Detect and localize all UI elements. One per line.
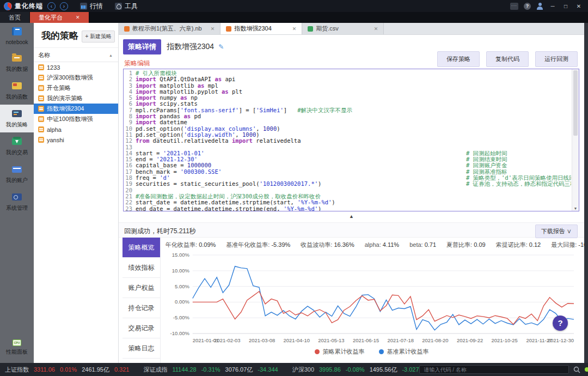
editor-tab-教程示例1(第五、六章).nb[interactable]: 教程示例1(第五、六章).nb✕ [119, 23, 220, 34]
legend-item-基准累计收益率[interactable]: 基准累计收益率 [379, 348, 429, 356]
editor-tab-期货.csv[interactable]: 期货.csv✕ [302, 23, 384, 34]
report-tab-绩效指标[interactable]: 绩效指标 [122, 258, 160, 278]
minimize-button[interactable]: ─ [549, 3, 556, 9]
sidebar-item-性能面板[interactable]: CPU性能面板 [0, 333, 34, 360]
connection-status-dot [585, 367, 588, 372]
code-segment: as [198, 82, 205, 89]
menu-tools[interactable]: 工具 [115, 2, 138, 11]
maximize-button[interactable]: □ [562, 3, 569, 9]
user-icon[interactable] [536, 3, 543, 10]
code-segment: as [222, 88, 229, 95]
ticker-percent: -0.31% [201, 366, 220, 373]
chart-canvas: 15.00%10.00%5.00%0.00%-5.00%-10.00%2021-… [166, 252, 578, 345]
column-name-label: 名称 [38, 51, 50, 59]
ticker-上证指数[interactable]: 上证指数3311.060.01%2461.95亿0.321 [5, 366, 129, 374]
report-tab-持仓记录[interactable]: 持仓记录 [122, 298, 160, 318]
new-strategy-button[interactable]: + 新建策略 [82, 31, 115, 43]
close-icon[interactable]: ✕ [202, 26, 215, 32]
action-button-保存策略[interactable]: 保存策略 [437, 51, 480, 67]
strategy-detail-title: 指数增强2304 [167, 42, 214, 52]
feedback-chat-icon[interactable]: ··· [510, 3, 518, 10]
ticker-amount: 1495.56亿 [370, 366, 397, 374]
menu-market[interactable]: 行情 [80, 2, 103, 11]
close-icon[interactable]: ✕ [284, 26, 297, 32]
strategy-list-item[interactable]: 我的演示策略 [34, 93, 118, 104]
strategy-list-item[interactable]: 沪深300指数增强 [34, 72, 118, 83]
strategy-list-item[interactable]: yanshi [34, 135, 118, 145]
code-segment: bench_mark = [136, 168, 180, 175]
code-segment: ) [318, 205, 321, 211]
svg-text:2021-08-20: 2021-08-20 [422, 337, 448, 343]
code-segment: '2021-01-01' [163, 150, 205, 156]
page-tab-首页[interactable]: 首页 [0, 12, 30, 23]
report-tab-账户权益[interactable]: 账户权益 [122, 278, 160, 298]
download-report-button[interactable]: 下载报告 ∨ [535, 225, 578, 238]
code-segment: pd.set_option( [136, 125, 184, 132]
scrollbar-thumb[interactable] [573, 70, 578, 136]
search-icon[interactable] [573, 366, 580, 373]
close-button[interactable]: ✕ [575, 3, 583, 9]
sidebar-item-我的数据[interactable]: 我的数据 [0, 49, 34, 77]
sidebar: notebook我的数据我的函数我的策略我的交易我的账户系统管理CPU性能面板 [0, 23, 34, 363]
report-tab-交易记录[interactable]: 交易记录 [122, 318, 160, 338]
sidebar-item-我的账户[interactable]: 我的账户 [0, 160, 34, 188]
ticker-amount: 3076.07亿 [225, 366, 253, 374]
strategy-list-item[interactable]: alpha [34, 124, 118, 135]
line-number: 2 [124, 76, 136, 82]
search-input[interactable] [419, 365, 569, 374]
edit-pencil-icon[interactable]: ✎ [218, 43, 224, 51]
action-button-复制代码[interactable]: 复制代码 [486, 51, 529, 67]
sidebar-item-label: 我的账户 [0, 177, 34, 184]
help-icon[interactable]: ? [524, 3, 531, 10]
ticker-沪深300[interactable]: 沪深3003995.86-0.08%1495.56亿-3.027 [292, 366, 419, 374]
page-tab-量化平台[interactable]: 量化平台✕ [30, 12, 89, 23]
notebook-file-icon [124, 26, 130, 32]
code-segment: # 证券池，支持动态，静态和指定代码三种方式 [466, 180, 571, 187]
metrics-row: 年化收益率: 0.09%基准年化收益率: -5.39%收益波动率: 16.36%… [166, 239, 579, 250]
sidebar-item-label: 我的交易 [0, 149, 34, 156]
app-logo-icon [4, 2, 12, 10]
strategy-list-item[interactable]: 中证100指数增强 [34, 114, 118, 124]
legend-dot [379, 349, 384, 354]
report-tab-策略概览[interactable]: 策略概览 [122, 238, 160, 258]
strategy-list-item[interactable]: 开仓策略 [34, 83, 118, 93]
metric-label: 年化收益率: [166, 241, 199, 248]
code-text: from dateutil.relativedelta import relat… [136, 138, 301, 144]
close-icon[interactable]: ✕ [365, 26, 378, 32]
series-策略累计收益率 [193, 292, 574, 325]
close-icon[interactable]: ✕ [76, 15, 80, 20]
sidebar-item-我的策略[interactable]: 我的策略 [0, 105, 34, 132]
sidebar-item-我的交易[interactable]: 我的交易 [0, 132, 34, 160]
metric-value: 0.71 [425, 241, 436, 248]
legend-item-策略累计收益率[interactable]: 策略累计收益率 [315, 348, 365, 356]
sidebar-item-notebook[interactable]: notebook [0, 23, 34, 49]
collapse-editor-icon[interactable]: ▲ [119, 214, 584, 219]
code-editor[interactable]: 1# 引入所需模块2import QtAPI.QtDataAPI as api3… [123, 69, 579, 211]
sidebar-item-我的函数[interactable]: 我的函数 [0, 77, 34, 105]
strategy-list-item[interactable]: 指数增强2304 [34, 104, 118, 114]
report-tab-策略日志[interactable]: 策略日志 [122, 338, 160, 359]
forward-icon[interactable]: › [60, 2, 68, 10]
svg-text:2021-06-15: 2021-06-15 [353, 337, 379, 343]
code-segment: 'display.width' [184, 131, 236, 138]
svg-text:2021-02-03: 2021-02-03 [214, 337, 240, 343]
back-icon[interactable]: ‹ [47, 2, 56, 10]
backtest-status-text: 回测成功，耗时75.211秒 [124, 227, 196, 236]
sort-asc-icon[interactable]: ▲ [109, 53, 113, 57]
scroll-down-icon[interactable]: ▼ [572, 207, 579, 210]
sidebar-item-系统管理[interactable]: 系统管理 [0, 188, 34, 216]
strategy-list-header[interactable]: 名称 ▲ [34, 47, 118, 62]
code-segment: '1012003002017.*' [260, 180, 318, 187]
code-line: 8import pandas as pd [124, 113, 571, 119]
editor-tab-指数增强2304[interactable]: 指数增强2304✕ [220, 23, 302, 34]
metric-最大回撤: 最大回撤: -10.28% [551, 241, 588, 249]
editor-scrollbar[interactable]: ▼ [572, 69, 579, 211]
floating-help-button[interactable]: ? [553, 316, 568, 331]
action-button-运行回测[interactable]: 运行回测 [535, 51, 578, 67]
ticker-深证成指[interactable]: 深证成指11144.28-0.31%3076.07亿-34.344 [143, 366, 278, 374]
code-segment: plt [229, 88, 242, 95]
svg-text:-10.00%: -10.00% [170, 330, 190, 336]
code-segment: '2021-12-30' [156, 156, 198, 162]
market-chart-icon [80, 3, 87, 10]
strategy-list-item[interactable]: 1233 [34, 62, 118, 72]
